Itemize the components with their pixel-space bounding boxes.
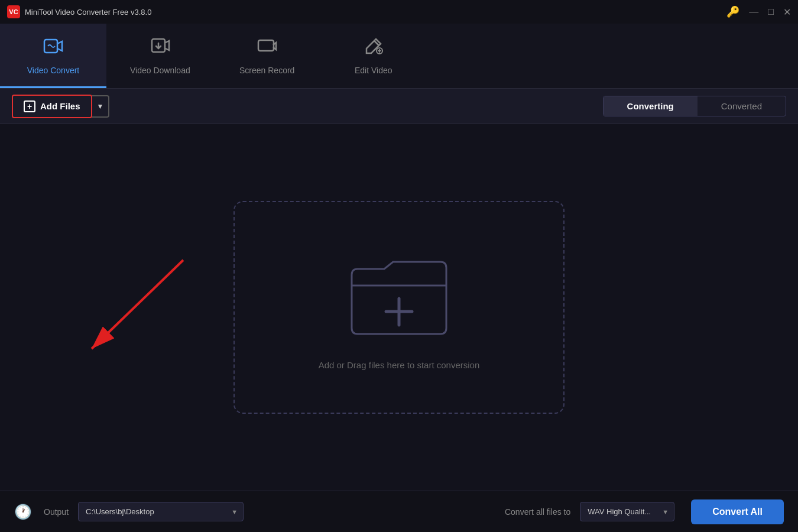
- tab-video-download[interactable]: Video Download: [106, 24, 214, 88]
- svg-rect-2: [258, 40, 274, 51]
- drop-zone[interactable]: Add or Drag files here to start conversi…: [233, 201, 565, 414]
- tab-edit-video-label: Edit Video: [355, 66, 392, 75]
- format-select[interactable]: WAV High Qualit...: [580, 502, 674, 521]
- bottom-bar: 🕐 Output C:\Users\bj\Desktop ▼ Convert a…: [0, 491, 798, 532]
- output-label: Output: [44, 507, 69, 517]
- tab-video-download-label: Video Download: [130, 66, 190, 75]
- app-logo: VC: [7, 5, 20, 18]
- clock-icon[interactable]: 🕐: [14, 504, 32, 520]
- title-bar: VC MiniTool Video Converter Free v3.8.0 …: [0, 0, 798, 24]
- output-path-wrapper: C:\Users\bj\Desktop ▼: [78, 502, 244, 521]
- tab-edit-video[interactable]: Edit Video: [320, 24, 427, 88]
- close-icon[interactable]: ✕: [783, 7, 791, 18]
- add-files-label: Add Files: [40, 101, 80, 111]
- folder-icon: [340, 245, 458, 346]
- tab-switcher: Converting Converted: [603, 96, 786, 116]
- output-path-select[interactable]: C:\Users\bj\Desktop: [78, 502, 244, 521]
- drop-zone-text: Add or Drag files here to start conversi…: [319, 360, 480, 370]
- tab-screen-record-label: Screen Record: [239, 66, 294, 75]
- convert-all-files-label: Convert all files to: [505, 507, 570, 517]
- add-files-plus-icon: +: [24, 100, 35, 112]
- edit-video-icon: [363, 35, 384, 61]
- add-files-button[interactable]: + Add Files: [12, 95, 92, 118]
- title-bar-left: VC MiniTool Video Converter Free v3.8.0: [7, 5, 151, 18]
- nav-tabs: Video Convert Video Download Screen Reco…: [0, 24, 798, 89]
- key-icon: 🔑: [726, 5, 739, 18]
- converted-tab-button[interactable]: Converted: [698, 96, 786, 116]
- tab-screen-record[interactable]: Screen Record: [214, 24, 320, 88]
- toolbar: + Add Files ▼ Converting Converted: [0, 89, 798, 124]
- tab-video-convert-label: Video Convert: [27, 66, 79, 75]
- screen-record-icon: [257, 35, 278, 61]
- arrow-annotation: [0, 242, 236, 390]
- tab-video-convert[interactable]: Video Convert: [0, 24, 106, 88]
- maximize-icon[interactable]: □: [768, 7, 774, 17]
- window-controls: 🔑 — □ ✕: [726, 5, 791, 18]
- main-content: Add or Drag files here to start conversi…: [0, 124, 798, 491]
- format-select-wrapper: WAV High Qualit... ▼: [580, 502, 674, 521]
- video-download-icon: [150, 35, 171, 61]
- minimize-icon[interactable]: —: [749, 7, 758, 17]
- svg-line-8: [92, 260, 183, 349]
- converting-tab-button[interactable]: Converting: [604, 96, 698, 116]
- video-convert-icon: [43, 35, 64, 61]
- app-title: MiniTool Video Converter Free v3.8.0: [25, 8, 151, 17]
- convert-all-button[interactable]: Convert All: [691, 499, 784, 524]
- add-files-dropdown-button[interactable]: ▼: [92, 95, 110, 118]
